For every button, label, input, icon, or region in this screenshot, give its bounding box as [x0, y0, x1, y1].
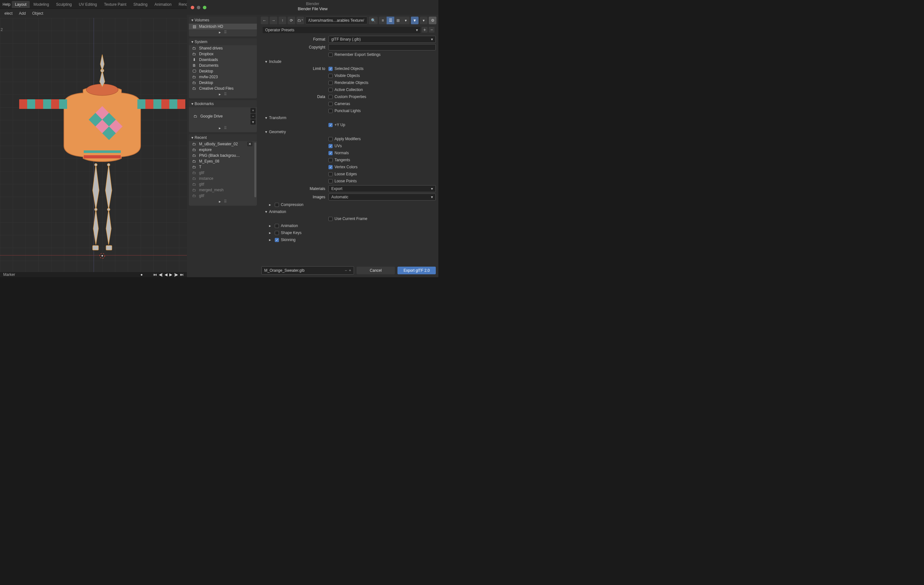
auto-key-button[interactable]: ● — [140, 272, 143, 277]
close-icon[interactable]: ✕ — [247, 142, 252, 146]
transform-section-header[interactable]: Transform — [261, 114, 436, 121]
grip-icon[interactable]: ⠿ — [224, 199, 227, 204]
minimize-window-button[interactable] — [197, 6, 200, 9]
cancel-button[interactable]: Cancel — [356, 267, 395, 274]
recent-item[interactable]: 🗀gltf — [189, 181, 254, 187]
recent-item[interactable]: 🗀instance — [189, 176, 254, 181]
grip-icon[interactable]: ⠿ — [224, 92, 227, 96]
cameras-checkbox[interactable] — [328, 102, 333, 106]
active-collection-checkbox[interactable] — [328, 88, 333, 92]
close-window-button[interactable] — [191, 6, 194, 9]
recent-item[interactable]: 🗀explore — [189, 147, 254, 153]
system-shared-drives[interactable]: 🗀Shared drives — [189, 45, 257, 51]
refresh-button[interactable]: ⟳ — [287, 16, 295, 24]
copyright-input[interactable] — [328, 44, 436, 51]
jump-end-button[interactable]: ⏭ — [180, 272, 184, 277]
bookmark-remove-button[interactable]: − — [251, 114, 256, 119]
system-downloads[interactable]: ⬇Downloads — [189, 57, 257, 63]
animation-sub-header[interactable]: Animation — [261, 222, 436, 229]
geometry-section-header[interactable]: Geometry — [261, 129, 436, 135]
loose-edges-checkbox[interactable] — [328, 172, 333, 176]
volumes-header[interactable]: Volumes — [189, 16, 257, 24]
add-menu[interactable]: Add — [17, 10, 28, 16]
view-list-horizontal-button[interactable]: ☰ — [386, 16, 394, 24]
recent-item[interactable]: 🗀merged_mesh — [189, 187, 254, 193]
view-thumbnails-button[interactable]: ⊞ — [394, 16, 402, 24]
use-current-frame-checkbox[interactable] — [328, 217, 333, 221]
selected-objects-checkbox[interactable]: ✓ — [328, 67, 333, 71]
grip-icon[interactable]: ⠿ — [224, 126, 227, 130]
recent-item[interactable]: 🗀M_uBody_Sweater_02✕ — [189, 141, 254, 147]
apply-modifiers-checkbox[interactable] — [328, 137, 333, 141]
animation-section-header[interactable]: Animation — [261, 208, 436, 215]
filter-dropdown[interactable] — [420, 16, 427, 24]
grip-icon[interactable]: ⠿ — [224, 30, 227, 35]
expand-arrow-icon[interactable]: ▸ — [219, 92, 221, 96]
system-desktop[interactable]: 🖵Desktop — [189, 68, 257, 74]
volume-macintosh-hd[interactable]: ▤ Macintosh HD — [189, 24, 257, 30]
filename-input[interactable]: M_Orange_Sweater.glb − + — [261, 266, 354, 275]
loose-points-checkbox[interactable] — [328, 179, 333, 183]
system-header[interactable]: System — [189, 38, 257, 45]
recent-item[interactable]: 🗀PNG (Black backgrou… — [189, 153, 254, 158]
filename-decrement-button[interactable]: − — [345, 268, 347, 273]
bookmark-google-drive[interactable]: 🗀Google Drive — [190, 108, 249, 125]
scrollbar[interactable] — [254, 142, 256, 197]
materials-dropdown[interactable]: Export — [328, 185, 436, 192]
path-input[interactable]: /Users/martins…arables Texture/ — [305, 16, 368, 24]
select-menu[interactable]: elect — [3, 10, 14, 16]
tangents-checkbox[interactable] — [328, 158, 333, 162]
custom-props-checkbox[interactable] — [328, 95, 333, 99]
system-desktop-2[interactable]: 🗀Desktop — [189, 80, 257, 86]
normals-checkbox[interactable]: ✓ — [328, 151, 333, 155]
y-up-checkbox[interactable]: ✓ — [328, 123, 333, 127]
parent-button[interactable]: ↑ — [279, 16, 286, 24]
filename-increment-button[interactable]: + — [349, 268, 351, 273]
recent-item[interactable]: 🗀gltf — [189, 170, 254, 176]
keyframe-next-button[interactable]: |▶ — [174, 272, 178, 277]
shape-keys-header[interactable]: Shape Keys — [261, 229, 436, 236]
tab-uv[interactable]: UV Editing — [76, 1, 100, 8]
shape-keys-checkbox[interactable] — [275, 231, 279, 235]
forward-button[interactable]: → — [270, 16, 277, 24]
compression-checkbox[interactable] — [275, 203, 279, 207]
tab-shading[interactable]: Shading — [130, 1, 151, 8]
play-button[interactable]: ▶ — [169, 272, 172, 277]
visible-objects-checkbox[interactable] — [328, 74, 333, 78]
recent-header[interactable]: Recent — [189, 134, 257, 141]
images-dropdown[interactable]: Automatic — [328, 193, 436, 201]
jump-start-button[interactable]: ⏮ — [153, 272, 157, 277]
punctual-lights-checkbox[interactable] — [328, 109, 333, 113]
include-section-header[interactable]: Include — [261, 58, 436, 65]
view-list-vertical-button[interactable]: ≡ — [379, 16, 386, 24]
new-folder-button[interactable]: 🗀⁺ — [297, 16, 304, 24]
expand-arrow-icon[interactable]: ▸ — [219, 30, 221, 35]
uvs-checkbox[interactable]: ✓ — [328, 144, 333, 148]
preset-remove-button[interactable]: − — [429, 27, 434, 33]
back-button[interactable]: ← — [261, 16, 268, 24]
play-reverse-button[interactable]: ◀ — [165, 272, 167, 277]
bookmarks-header[interactable]: Bookmarks — [189, 100, 257, 107]
settings-button[interactable]: ⚙ — [429, 16, 436, 24]
expand-arrow-icon[interactable]: ▸ — [219, 199, 221, 204]
filter-button[interactable]: ▼ — [411, 16, 419, 24]
system-documents[interactable]: 🗎Documents — [189, 63, 257, 68]
tab-layout[interactable]: Layout — [12, 1, 30, 8]
recent-item[interactable]: 🗀M_Eyes_08 — [189, 158, 254, 164]
tab-animation[interactable]: Animation — [152, 1, 175, 8]
maximize-window-button[interactable] — [203, 6, 206, 9]
tab-modeling[interactable]: Modeling — [30, 1, 53, 8]
recent-item[interactable]: 🗀T — [189, 164, 254, 170]
view-sort-dropdown[interactable] — [402, 16, 409, 24]
bookmark-menu-button[interactable] — [251, 119, 256, 125]
help-menu[interactable]: Help — [3, 2, 10, 7]
expand-arrow-icon[interactable]: ▸ — [219, 126, 221, 130]
compression-section-header[interactable]: Compression — [261, 201, 436, 208]
renderable-objects-checkbox[interactable] — [328, 81, 333, 85]
format-dropdown[interactable]: glTF Binary (.glb) — [328, 36, 436, 43]
bookmark-add-button[interactable]: + — [251, 108, 256, 113]
recent-item[interactable]: 🗀gltf — [189, 193, 254, 199]
viewport-3d[interactable]: 2 — [0, 18, 187, 272]
preset-add-button[interactable]: + — [422, 27, 427, 33]
system-dropbox[interactable]: 🗀Dropbox — [189, 51, 257, 57]
